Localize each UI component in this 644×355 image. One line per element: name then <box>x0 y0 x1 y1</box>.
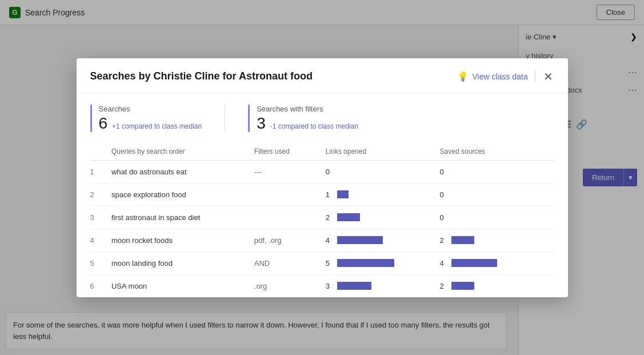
links-count: 1 <box>326 190 333 199</box>
row-links: 3 <box>326 274 440 297</box>
col-filters: Filters used <box>254 144 326 161</box>
saved-bar <box>451 282 474 290</box>
stats-row: Searches 6 +1 compared to class median S… <box>77 93 568 144</box>
saved-count: 0 <box>440 190 447 199</box>
row-num: 4 <box>90 229 111 252</box>
row-links: 1 <box>326 183 440 206</box>
row-query: moon landing food <box>111 252 254 274</box>
row-saved: 4 <box>440 252 554 274</box>
table-row: 3first astronaut in space diet20 <box>90 206 554 229</box>
stat-content-searches: Searches 6 +1 compared to class median <box>99 105 202 133</box>
row-saved: 0 <box>440 183 554 206</box>
row-filter: pdf, .org <box>254 229 326 252</box>
view-class-label: View class data <box>472 72 527 81</box>
stat-divider <box>225 105 225 132</box>
links-count: 3 <box>326 282 333 290</box>
links-bar <box>337 190 349 198</box>
modal-header-right: 💡 View class data ✕ <box>457 70 554 83</box>
links-count: 0 <box>326 167 333 176</box>
row-query: first astronaut in space diet <box>111 206 254 229</box>
stat-number-searches: 6 <box>99 114 108 133</box>
row-links: 0 <box>326 160 440 183</box>
stat-value-row-filters: 3 -1 compared to class median <box>257 114 358 133</box>
stat-border-filters <box>248 105 250 132</box>
searches-table: Queries by search order Filters used Lin… <box>90 144 554 297</box>
modal-table: Queries by search order Filters used Lin… <box>77 144 568 297</box>
saved-count: 0 <box>440 167 447 176</box>
saved-count: 2 <box>440 236 447 245</box>
saved-count: 2 <box>440 282 447 290</box>
stat-border-searches <box>90 105 92 132</box>
stat-number-filters: 3 <box>257 114 266 133</box>
saved-bar <box>451 236 474 244</box>
row-links: 5 <box>326 252 440 274</box>
row-saved: 2 <box>440 274 554 297</box>
col-links: Links opened <box>326 144 440 161</box>
stat-value-row-searches: 6 +1 compared to class median <box>99 114 202 133</box>
row-query: space exploration food <box>111 183 254 206</box>
links-count: 4 <box>326 236 333 245</box>
modal-header: Searches by Christie Cline for Astronaut… <box>77 58 568 93</box>
links-count: 5 <box>326 259 333 268</box>
row-num: 6 <box>90 274 111 297</box>
links-bar <box>337 259 394 267</box>
links-count: 2 <box>326 213 333 222</box>
col-num <box>90 144 111 161</box>
lightbulb-icon: 💡 <box>457 71 469 82</box>
table-row: 5moon landing foodAND54 <box>90 252 554 274</box>
row-filter <box>254 183 326 206</box>
row-filter: AND <box>254 252 326 274</box>
stat-content-filters: Searches with filters 3 -1 compared to c… <box>257 105 358 133</box>
modal-title: Searches by Christie Cline for Astronaut… <box>90 70 313 82</box>
col-saved: Saved sources <box>440 144 554 161</box>
stat-searches: Searches 6 +1 compared to class median <box>90 105 225 133</box>
row-filter: --- <box>254 160 326 183</box>
modal-dialog: Searches by Christie Cline for Astronaut… <box>77 58 568 297</box>
row-saved: 0 <box>440 160 554 183</box>
row-filter: .org <box>254 274 326 297</box>
table-row: 6USA moon.org32 <box>90 274 554 297</box>
stat-compare-filters: -1 compared to class median <box>270 122 358 130</box>
saved-count: 4 <box>440 259 447 268</box>
row-num: 2 <box>90 183 111 206</box>
row-query: moon rocket foods <box>111 229 254 252</box>
table-row: 1what do astronauts eat---00 <box>90 160 554 183</box>
stat-label-searches: Searches <box>99 105 202 113</box>
modal-close-button[interactable]: ✕ <box>542 70 554 83</box>
table-row: 4moon rocket foodspdf, .org42 <box>90 229 554 252</box>
links-bar <box>337 282 371 290</box>
stat-compare-searches: +1 compared to class median <box>112 122 202 130</box>
col-query: Queries by search order <box>111 144 254 161</box>
view-class-link[interactable]: 💡 View class data <box>457 71 527 82</box>
row-links: 4 <box>326 229 440 252</box>
row-query: what do astronauts eat <box>111 160 254 183</box>
row-links: 2 <box>326 206 440 229</box>
links-bar <box>337 236 383 244</box>
saved-count: 0 <box>440 213 447 222</box>
row-filter <box>254 206 326 229</box>
table-row: 2space exploration food10 <box>90 183 554 206</box>
header-divider <box>535 71 535 82</box>
links-bar <box>337 213 360 221</box>
row-saved: 2 <box>440 229 554 252</box>
row-query: USA moon <box>111 274 254 297</box>
stat-filters: Searches with filters 3 -1 compared to c… <box>248 105 381 133</box>
row-num: 5 <box>90 252 111 274</box>
row-num: 1 <box>90 160 111 183</box>
stat-label-filters: Searches with filters <box>257 105 358 113</box>
row-num: 3 <box>90 206 111 229</box>
saved-bar <box>451 259 497 267</box>
row-saved: 0 <box>440 206 554 229</box>
